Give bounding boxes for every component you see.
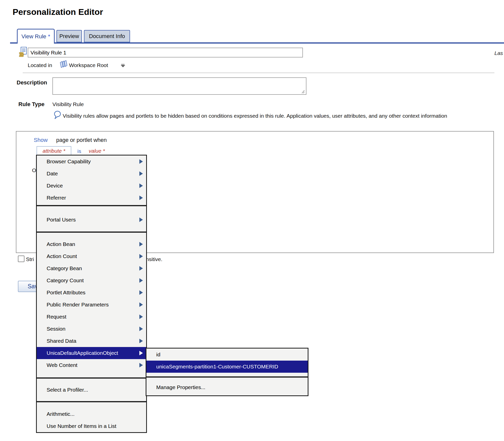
tab-required-marker: * <box>48 33 50 40</box>
menu-item-label: Referrer <box>47 195 66 201</box>
attribute-link[interactable]: attribute * <box>37 146 71 156</box>
menu-item-device[interactable]: Device <box>37 180 146 192</box>
menu-item-label: Category Count <box>47 277 84 284</box>
submenu-arrow-icon <box>139 290 143 295</box>
menu-item-arithmetic[interactable]: Arithmetic... <box>37 408 146 420</box>
menu-item-label: Portlet Attributes <box>47 290 85 296</box>
menu-item-id[interactable]: id <box>146 349 308 361</box>
menu-item-action-count[interactable]: Action Count <box>37 250 146 262</box>
show-suffix-text: page or portlet when <box>56 137 107 143</box>
submenu-arrow-icon <box>139 351 143 355</box>
tab-preview-label: Preview <box>59 33 79 40</box>
menu-item-web-content[interactable]: Web Content <box>37 359 146 371</box>
tab-preview[interactable]: Preview <box>56 30 82 42</box>
operator-is-link[interactable]: is <box>77 148 81 154</box>
chevron-down-icon[interactable] <box>121 64 125 68</box>
submenu-gap <box>146 373 308 376</box>
rule-type-help-text: Visibility rules allow pages and portlet… <box>63 113 504 119</box>
menu-item-label: Portal Users <box>47 217 76 223</box>
description-label: Description <box>17 79 47 86</box>
rule-type-label: Rule Type <box>18 101 45 108</box>
menu-item-referrer[interactable]: Referrer <box>37 192 146 204</box>
menu-item-shared-data[interactable]: Shared Data <box>37 335 146 347</box>
submenu-arrow-icon <box>139 266 143 271</box>
menu-item-label: Request <box>47 314 66 320</box>
submenu-arrow-icon <box>139 363 143 367</box>
submenu-arrow-icon <box>139 171 143 176</box>
submenu-arrow-icon <box>139 339 143 343</box>
menu-item-label: Select a Profiler... <box>47 387 88 393</box>
section-divider <box>23 73 494 73</box>
menu-item-unicadefaultapplicationobject[interactable]: UnicaDefaultApplicationObject <box>37 347 146 359</box>
menu-item-label: Manage Properties... <box>156 384 205 390</box>
info-bubble-icon <box>53 110 61 120</box>
menu-item-unicasegments-partition1-customer-customerid[interactable]: unicaSegments-partition1-Customer-CUSTOM… <box>146 361 308 373</box>
menu-item-label: unicaSegments-partition1-Customer-CUSTOM… <box>156 364 278 370</box>
page-title: Personalization Editor <box>13 7 103 17</box>
menu-item-category-bean[interactable]: Category Bean <box>37 262 146 274</box>
menu-item-label: Session <box>47 326 66 332</box>
menu-item-portal-users[interactable]: Portal Users <box>37 214 146 226</box>
menu-item-label: Public Render Parameters <box>47 302 109 308</box>
menu-item-label: Use Number of Items in a List <box>47 423 116 429</box>
menu-item-label: Action Count <box>47 253 77 259</box>
workspace-icon <box>59 60 68 69</box>
menu-item-label: Date <box>47 171 58 177</box>
rule-document-icon <box>19 47 27 58</box>
submenu-arrow-icon <box>139 327 143 331</box>
workspace-root-link[interactable]: Workspace Root <box>69 62 108 68</box>
submenu-arrow-icon <box>139 278 143 283</box>
submenu-arrow-icon <box>139 302 143 307</box>
menu-item-label: Browser Capability <box>47 159 91 165</box>
last-modified-fragment: Las <box>494 50 504 56</box>
submenu-arrow-icon <box>139 159 143 164</box>
menu-item-session[interactable]: Session <box>37 323 146 335</box>
menu-item-portlet-attributes[interactable]: Portlet Attributes <box>37 287 146 299</box>
value-link[interactable]: value * <box>89 148 105 154</box>
menu-item-manage-properties[interactable]: Manage Properties... <box>146 381 308 393</box>
submenu-arrow-icon <box>139 217 143 222</box>
checkbox-label-start: Stri <box>26 256 34 262</box>
attribute-link-label: attribute * <box>43 148 65 154</box>
menu-item-category-count[interactable]: Category Count <box>37 274 146 287</box>
menu-item-label: id <box>156 352 160 358</box>
checkbox-label-end: nsitive. <box>146 256 162 262</box>
case-sensitive-checkbox[interactable] <box>18 256 24 262</box>
tab-view-rule[interactable]: View Rule * <box>17 29 55 44</box>
tab-underline <box>10 42 504 44</box>
menu-item-use-number-of-items-in-a-list[interactable]: Use Number of Items in a List <box>37 420 146 432</box>
submenu-items: idunicaSegments-partition1-Customer-CUST… <box>146 349 308 373</box>
menu-item-label: Arithmetic... <box>47 411 75 417</box>
menu-item-browser-capability[interactable]: Browser Capability <box>37 155 146 168</box>
submenu-arrow-icon <box>139 254 143 259</box>
tab-document-info[interactable]: Document Info <box>84 30 130 42</box>
rule-type-value: Visibility Rule <box>52 101 84 107</box>
attribute-menu: Browser CapabilityDateDeviceReferrerPort… <box>36 155 147 433</box>
menu-item-label: Category Bean <box>47 265 82 271</box>
show-action-link[interactable]: Show <box>34 137 48 143</box>
menu-item-label: Action Bean <box>47 241 75 247</box>
submenu-arrow-icon <box>139 242 143 246</box>
menu-item-public-render-parameters[interactable]: Public Render Parameters <box>37 299 146 311</box>
occluded-text-fragment: O <box>32 167 36 173</box>
submenu-arrow-icon <box>139 196 143 200</box>
menu-item-select-a-profiler[interactable]: Select a Profiler... <box>37 384 146 396</box>
submenu-arrow-icon <box>139 183 143 188</box>
menu-item-label: Device <box>47 183 63 189</box>
tab-document-info-label: Document Info <box>89 33 125 40</box>
attribute-submenu: idunicaSegments-partition1-Customer-CUST… <box>146 348 308 396</box>
submenu-arrow-icon <box>139 314 143 319</box>
located-in-label: Located in <box>28 62 52 68</box>
resize-handle-icon[interactable] <box>301 90 305 95</box>
menu-item-label: Shared Data <box>47 338 76 344</box>
description-textarea[interactable] <box>52 77 306 95</box>
menu-item-date[interactable]: Date <box>37 168 146 180</box>
menu-item-label: UnicaDefaultApplicationObject <box>47 350 118 356</box>
tab-view-rule-label: View Rule <box>21 33 46 40</box>
rule-name-input[interactable] <box>28 48 303 57</box>
menu-item-action-bean[interactable]: Action Bean <box>37 238 146 250</box>
menu-item-label: Web Content <box>47 362 77 368</box>
menu-item-request[interactable]: Request <box>37 311 146 323</box>
